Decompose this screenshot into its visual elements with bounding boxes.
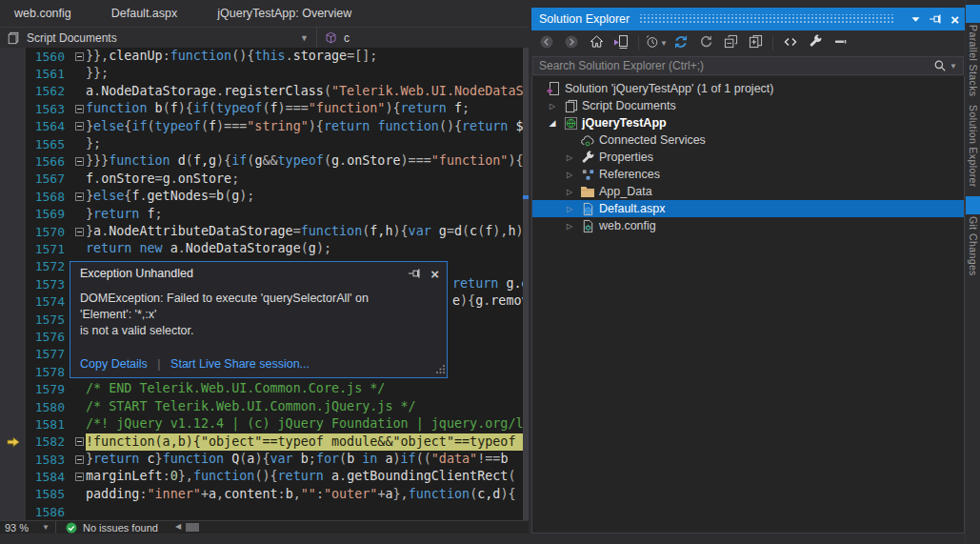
tree-item-properties[interactable]: ▷Properties [532, 149, 964, 166]
code-text[interactable]: /* START Telerik.Web.UI.Common.jQuery.js… [86, 398, 523, 415]
home-button[interactable] [585, 32, 608, 53]
breakpoint-margin-cell[interactable] [0, 486, 26, 503]
tree-item-connected-services[interactable]: Connected Services [532, 131, 964, 149]
search-icon[interactable] [933, 59, 947, 72]
sync-active-document-button[interactable] [694, 32, 717, 53]
member-dropdown[interactable]: c [317, 28, 529, 48]
collapsed-expander-icon[interactable]: ▷ [561, 171, 578, 179]
show-all-files-button[interactable] [744, 32, 767, 53]
fold-toggle[interactable] [72, 105, 86, 113]
side-tab-solution-explorer[interactable]: Solution Explorer [968, 105, 979, 188]
tree-item-references[interactable]: ▷References [532, 166, 964, 183]
tab-web-config[interactable]: web.config [0, 0, 86, 27]
breakpoint-margin-cell[interactable] [0, 346, 26, 363]
side-tab-git-changes[interactable]: Git Changes [966, 196, 980, 276]
fold-toggle[interactable] [72, 228, 86, 236]
scroll-left-arrow-icon[interactable]: ◀ [175, 522, 181, 531]
breakpoint-margin-cell[interactable] [0, 48, 26, 65]
breakpoint-margin-cell[interactable] [0, 65, 26, 82]
breakpoint-margin-cell[interactable] [0, 83, 26, 100]
tree-item-default-aspx[interactable]: ▷Default.aspx [532, 200, 964, 217]
health-check-icon[interactable] [66, 522, 77, 534]
horizontal-scrollbar[interactable]: ◀ [175, 521, 529, 534]
fold-toggle[interactable] [72, 192, 86, 201]
breakpoint-margin-cell[interactable] [0, 240, 26, 257]
code-text[interactable]: }a.NodeAttributeDataStorage=function(f,h… [86, 223, 523, 240]
breakpoint-margin-cell[interactable] [0, 311, 26, 328]
fold-toggle[interactable] [72, 52, 86, 61]
zoom-control[interactable]: 93 % ▼ [0, 521, 55, 534]
breakpoint-margin-cell[interactable] [0, 328, 26, 345]
code-text[interactable]: }else{f.getNodes=b(g); [86, 188, 523, 205]
back-button[interactable] [535, 32, 558, 53]
properties-button[interactable] [804, 32, 827, 53]
switch-views-button[interactable] [610, 32, 632, 53]
current-statement-arrow-icon[interactable] [0, 433, 26, 451]
pin-icon[interactable] [929, 13, 942, 25]
code-text[interactable]: /* END Telerik.Web.UI.Common.Core.js */ [86, 380, 523, 397]
breakpoint-margin-cell[interactable] [0, 118, 26, 135]
fold-toggle[interactable] [72, 122, 86, 131]
tree-item-solution-jquerytestapp-1-of-1-project[interactable]: Solution 'jQueryTestApp' (1 of 1 project… [532, 80, 964, 97]
breakpoint-margin-cell[interactable] [0, 363, 26, 380]
collapsed-expander-icon[interactable]: ▷ [544, 102, 561, 111]
breakpoint-margin-cell[interactable] [0, 188, 26, 205]
code-text[interactable]: /*! jQuery v1.12.4 | (c) jQuery Foundati… [86, 415, 523, 433]
code-text[interactable]: padding:"inner"+a,content:b,"":"outer"+a… [86, 486, 523, 503]
code-text[interactable]: a.NodeDataStorage.registerClass("Telerik… [86, 83, 523, 100]
code-text[interactable]: }},cleanUp:function(){this.storage=[]; [86, 48, 523, 65]
search-caret-icon[interactable]: ▼ [950, 62, 957, 71]
breakpoint-margin-cell[interactable] [0, 100, 26, 117]
fold-toggle[interactable] [72, 455, 86, 464]
collapsed-expander-icon[interactable]: ▷ [561, 222, 578, 231]
breakpoint-margin-cell[interactable] [0, 503, 26, 520]
tree-item-script-documents[interactable]: ▷Script Documents [532, 97, 964, 114]
solution-explorer-titlebar[interactable]: Solution Explorer × [531, 8, 965, 30]
tab-default-aspx[interactable]: Default.aspx [97, 0, 191, 27]
view-code-button[interactable] [779, 32, 802, 53]
collapsed-expander-icon[interactable]: ▷ [561, 205, 578, 213]
fold-toggle[interactable] [72, 473, 86, 481]
document-dropdown[interactable]: Script Documents ▼ [0, 28, 317, 48]
code-text[interactable]: }}}function d(f,g){if(g&&typeof(g.onStor… [86, 152, 523, 170]
breakpoint-margin-cell[interactable] [0, 223, 26, 240]
breakpoint-margin-cell[interactable] [0, 468, 26, 485]
pending-changes-filter-button[interactable]: ▼ [645, 32, 668, 53]
breakpoint-margin-cell[interactable] [0, 451, 26, 468]
tree-item-jquerytestapp[interactable]: ◢jQueryTestApp [532, 114, 964, 131]
breakpoint-margin-cell[interactable] [0, 258, 26, 275]
expanded-expander-icon[interactable]: ◢ [544, 118, 561, 128]
code-text[interactable]: }}; [86, 65, 523, 82]
code-text[interactable]: f.onStore=g.onStore; [86, 171, 523, 188]
code-editor[interactable]: 1560}},cleanUp:function(){this.storage=[… [0, 48, 529, 520]
refresh-button[interactable] [670, 32, 692, 53]
breakpoint-margin-cell[interactable] [0, 380, 26, 397]
breakpoint-margin-cell[interactable] [0, 398, 26, 415]
breakpoint-margin-cell[interactable] [0, 292, 26, 310]
breakpoint-margin-cell[interactable] [0, 171, 26, 188]
close-icon[interactable]: × [950, 11, 959, 28]
horizontal-scrollbar-thumb[interactable] [186, 523, 199, 532]
start-live-share-link[interactable]: Start Live Share session... [170, 357, 310, 371]
copy-details-link[interactable]: Copy Details [80, 357, 148, 371]
breakpoint-margin-cell[interactable] [0, 152, 26, 170]
preview-selected-items-button[interactable] [829, 32, 851, 53]
code-text[interactable]: }else{if(typeof(f)==="string"){return fu… [86, 118, 523, 135]
vertical-scrollbar[interactable] [523, 48, 529, 520]
collapsed-expander-icon[interactable]: ▷ [561, 153, 578, 162]
code-text[interactable]: return new a.NodeDataStorage(g); [86, 240, 523, 257]
breakpoint-margin-cell[interactable] [0, 275, 26, 292]
code-text[interactable]: marginLeft:0},function(){return a.getBou… [86, 468, 523, 485]
code-text[interactable]: }; [86, 135, 523, 152]
breakpoint-margin-cell[interactable] [0, 135, 26, 152]
code-text[interactable]: }return c}function Q(a){var b;for(b in a… [86, 451, 523, 468]
breakpoint-margin-cell[interactable] [0, 206, 26, 223]
collapse-all-button[interactable] [719, 32, 742, 53]
code-text[interactable]: !function(a,b){"object"==typeof module&&… [86, 433, 523, 451]
breakpoint-margin-cell[interactable] [0, 415, 26, 433]
tree-item-app-data[interactable]: ▷App_Data [532, 183, 964, 200]
resize-grip-icon[interactable] [435, 363, 446, 376]
collapsed-expander-icon[interactable]: ▷ [561, 188, 578, 196]
fold-toggle[interactable] [72, 437, 86, 446]
search-box[interactable]: Search Solution Explorer (Ctrl+;) ▼ [532, 56, 964, 75]
